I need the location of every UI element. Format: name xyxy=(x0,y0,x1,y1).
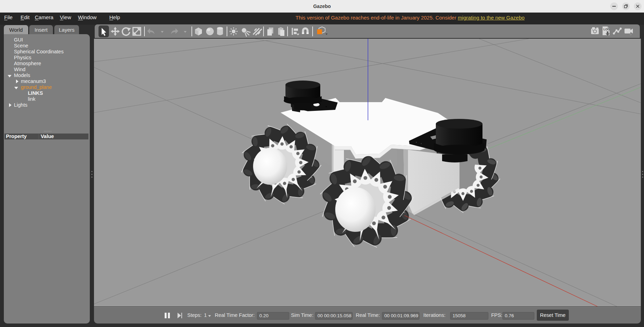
svg-text:LOG: LOG xyxy=(604,28,610,31)
